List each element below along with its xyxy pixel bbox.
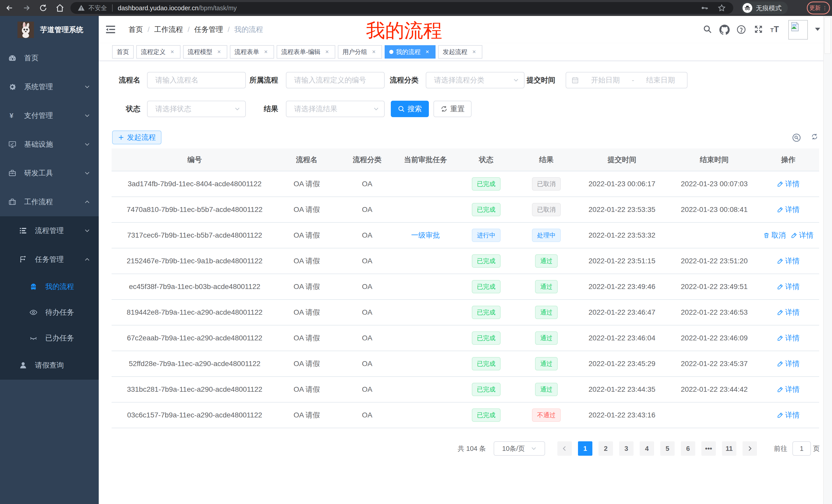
tab-close-icon[interactable]: ✕ xyxy=(470,48,478,55)
table-row[interactable]: 3ad174fb-7b9d-11ec-8404-acde48001122OA 请… xyxy=(111,171,819,197)
filter-owner-input[interactable]: 请输入流程定义的编号 xyxy=(286,72,385,88)
sidebar-item-支付管理[interactable]: ¥支付管理 xyxy=(0,101,99,130)
tab-我的流程[interactable]: 我的流程✕ xyxy=(385,45,436,59)
tab-流程定义[interactable]: 流程定义✕ xyxy=(136,45,181,59)
table-row[interactable]: 52ffd28e-7b9a-11ec-a290-acde48001122OA 请… xyxy=(111,351,819,376)
filter-daterange-input[interactable]: 开始日期 - 结束日期 xyxy=(566,72,687,88)
pagination-next-button[interactable] xyxy=(743,441,757,456)
sidebar-item-待办任务[interactable]: 待办任务 xyxy=(0,300,99,325)
sidebar-item-工作流程[interactable]: 工作流程 xyxy=(0,188,99,216)
table-row[interactable]: 03c6c157-7b9a-11ec-a290-acde48001122OA 请… xyxy=(111,402,819,428)
pagination-page-1[interactable]: 1 xyxy=(578,441,592,456)
toolbar-search-icon[interactable] xyxy=(792,133,801,142)
sidebar-item-任务管理[interactable]: 任务管理 xyxy=(0,245,99,274)
sidebar-item-已办任务[interactable]: 已办任务 xyxy=(0,325,99,351)
page-scrollbar[interactable] xyxy=(823,16,832,504)
pagination-goto-input[interactable]: 1 xyxy=(792,441,811,456)
tab-流程模型[interactable]: 流程模型✕ xyxy=(183,45,227,59)
table-row[interactable]: 7470a810-7b9b-11ec-b5b7-acde48001122OA 请… xyxy=(111,197,819,222)
action-详情[interactable]: 详情 xyxy=(777,282,800,291)
page-scrollbar-thumb[interactable] xyxy=(824,17,831,54)
tab-close-icon[interactable]: ✕ xyxy=(323,48,331,55)
pagination-page-11[interactable]: 11 xyxy=(722,441,736,456)
sidebar-item-label: 请假查询 xyxy=(35,360,64,370)
action-详情[interactable]: 详情 xyxy=(777,205,800,215)
action-详情[interactable]: 详情 xyxy=(791,230,813,240)
back-icon[interactable] xyxy=(5,4,14,12)
tab-首页[interactable]: 首页 xyxy=(112,45,134,59)
filter-result-select[interactable]: 请选择流结果 xyxy=(286,101,385,117)
password-key-icon[interactable] xyxy=(700,4,709,12)
action-详情[interactable]: 详情 xyxy=(777,359,800,369)
action-详情[interactable]: 详情 xyxy=(777,179,800,189)
table-row[interactable]: 331bc281-7b9a-11ec-a290-acde48001122OA 请… xyxy=(111,376,819,402)
tab-label: 流程模型 xyxy=(188,48,212,56)
address-bar[interactable]: 不安全 dashboard.yudao.iocoder.cn /bpm/task… xyxy=(71,2,733,14)
sidebar-item-研发工具[interactable]: 研发工具 xyxy=(0,159,99,188)
tab-发起流程[interactable]: 发起流程✕ xyxy=(438,45,482,59)
bookmark-star-icon[interactable] xyxy=(717,4,726,12)
table-row[interactable]: 67c2eaab-7b9a-11ec-a290-acde48001122OA 请… xyxy=(111,325,819,351)
sidebar-item-首页[interactable]: 首页 xyxy=(0,44,99,73)
filter-name-input[interactable]: 请输入流程名 xyxy=(147,72,246,88)
status-badge: 已完成 xyxy=(472,357,501,370)
action-详情[interactable]: 详情 xyxy=(777,307,800,317)
pagination-page-2[interactable]: 2 xyxy=(599,441,613,456)
action-详情[interactable]: 详情 xyxy=(777,256,800,266)
filter-category-select[interactable]: 请选择流程分类 xyxy=(426,72,524,88)
avatar-caret-icon[interactable] xyxy=(815,28,820,31)
avatar[interactable] xyxy=(788,20,808,39)
cell-id: 03c6c157-7b9a-11ec-a290-acde48001122 xyxy=(111,402,278,428)
pagination-ellipsis[interactable]: ••• xyxy=(701,441,716,456)
table-row[interactable]: 819442e8-7b9a-11ec-a290-acde48001122OA 请… xyxy=(111,300,819,325)
cell-category: OA xyxy=(336,325,398,351)
pagination-page-5[interactable]: 5 xyxy=(660,441,675,456)
filter-status-select[interactable]: 请选择状态 xyxy=(147,101,246,117)
table-row[interactable]: 2152467e-7b9b-11ec-9a1b-acde48001122OA 请… xyxy=(111,248,819,274)
table-row[interactable]: ec45f38f-7b9a-11ec-b03b-acde48001122OA 请… xyxy=(111,274,819,300)
create-process-button[interactable]: 发起流程 xyxy=(112,131,161,144)
pagination-page-3[interactable]: 3 xyxy=(619,441,633,456)
chrome-update-button[interactable]: 更新 ⋮ xyxy=(807,2,830,15)
sidebar-item-基础设施[interactable]: 基础设施 xyxy=(0,130,99,159)
action-详情[interactable]: 详情 xyxy=(777,410,800,420)
action-详情[interactable]: 详情 xyxy=(777,385,800,394)
app-logo-row[interactable]: 芋道管理系统 xyxy=(0,16,99,44)
reload-icon[interactable] xyxy=(39,4,47,12)
toolbar-refresh-icon[interactable] xyxy=(811,133,820,142)
chrome-menu-icon[interactable]: ⋮ xyxy=(822,5,827,11)
tab-close-icon[interactable]: ✕ xyxy=(370,48,378,55)
page-size-select[interactable]: 10条/页 xyxy=(494,441,545,456)
sidebar-item-我的流程[interactable]: 我的流程 xyxy=(0,274,99,300)
home-icon[interactable] xyxy=(55,4,64,12)
tab-close-icon[interactable]: ✕ xyxy=(169,48,176,55)
pagination-page-4[interactable]: 4 xyxy=(640,441,654,456)
pagination-prev-button[interactable] xyxy=(557,441,572,456)
search-button[interactable]: 搜索 xyxy=(391,101,429,117)
action-详情[interactable]: 详情 xyxy=(777,333,800,343)
cell-actions: 详情 xyxy=(757,248,819,274)
cell-status: 已完成 xyxy=(452,197,520,222)
cell-task xyxy=(398,171,452,197)
action-取消[interactable]: 取消 xyxy=(763,230,786,240)
tab-close-icon[interactable]: ✕ xyxy=(262,48,269,55)
table-row[interactable]: 7317cec6-7b9b-11ec-b5b7-acde48001122OA 请… xyxy=(111,222,819,248)
tab-close-icon[interactable]: ✕ xyxy=(215,48,223,55)
tab-close-icon[interactable]: ✕ xyxy=(424,48,431,55)
forward-icon[interactable] xyxy=(22,4,31,12)
fullscreen-icon[interactable] xyxy=(754,25,764,35)
sidebar-item-请假查询[interactable]: 请假查询 xyxy=(0,351,99,380)
pagination-page-6[interactable]: 6 xyxy=(681,441,695,456)
sidebar-item-系统管理[interactable]: 系统管理 xyxy=(0,73,99,101)
font-size-icon[interactable]: TT xyxy=(770,25,781,35)
sidebar-item-流程管理[interactable]: 流程管理 xyxy=(0,216,99,245)
reset-button[interactable]: 重置 xyxy=(434,101,471,117)
github-icon[interactable] xyxy=(719,25,730,35)
tab-流程表单-编辑[interactable]: 流程表单-编辑✕ xyxy=(277,45,335,59)
task-link[interactable]: 一级审批 xyxy=(411,230,440,240)
tab-用户分组[interactable]: 用户分组✕ xyxy=(338,45,382,59)
tab-流程表单[interactable]: 流程表单✕ xyxy=(230,45,274,59)
cell-submit-time: 2022-01-22 23:45:29 xyxy=(573,351,671,376)
search-icon[interactable] xyxy=(703,25,713,35)
help-icon[interactable] xyxy=(736,25,747,35)
